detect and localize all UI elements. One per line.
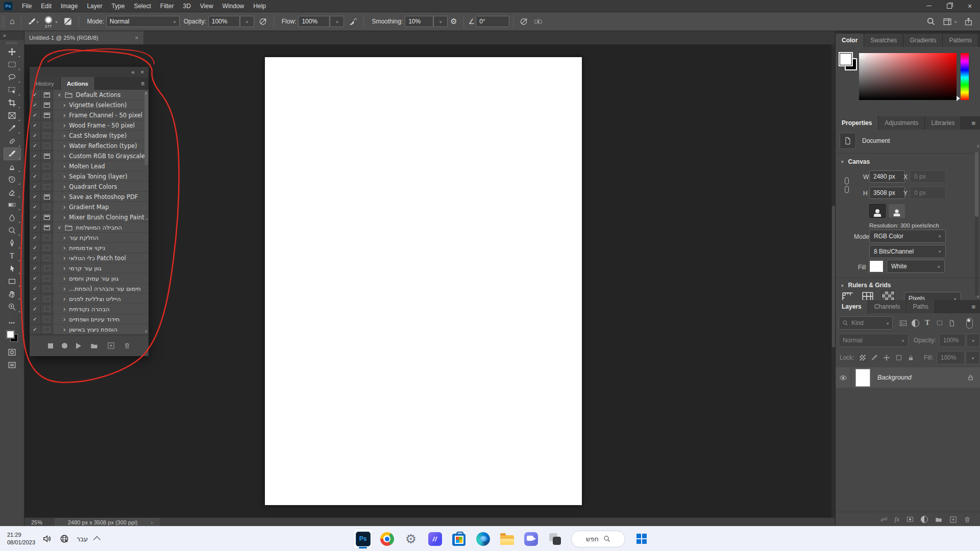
action-expand-chevron-icon[interactable]: › <box>63 173 65 180</box>
saturation-field[interactable] <box>859 53 957 100</box>
action-enabled-checkbox[interactable]: ✓ <box>30 171 41 182</box>
taskbar-chat-icon[interactable] <box>521 529 541 549</box>
fill-color-swatch[interactable] <box>869 260 884 272</box>
actions-scroll-up-icon[interactable]: ∧ <box>144 91 148 95</box>
action-item-main[interactable]: ›...חימום עור והבהרה (הפחת <box>53 284 149 294</box>
tab-libraries[interactable]: Libraries <box>925 116 961 130</box>
modal-dialog-toggle-empty[interactable] <box>41 202 53 212</box>
action-item-main[interactable]: ›Sepia Toning (layer) <box>53 171 149 182</box>
taskbar-settings-icon[interactable]: ⚙ <box>401 529 421 549</box>
brush-angle-field[interactable]: 0° <box>476 16 509 27</box>
options-grip[interactable] <box>2 16 5 27</box>
tab-channels[interactable]: Channels <box>868 300 907 313</box>
menu-item-window[interactable]: Window <box>218 0 249 12</box>
stop-recording-button[interactable] <box>48 343 53 348</box>
play-action-button[interactable] <box>76 343 81 349</box>
tab-properties[interactable]: Properties <box>836 116 878 130</box>
action-row[interactable]: ✓›Save as Photoshop PDF <box>30 192 149 202</box>
filter-smart-objects-icon[interactable] <box>946 317 958 329</box>
action-item-main[interactable]: ›Cast Shadow (type) <box>53 131 149 141</box>
tool-blur-tool[interactable] <box>4 211 21 224</box>
layer-thumbnail[interactable] <box>855 369 870 387</box>
document-tab[interactable]: Untitled-1 @ 25% (RGB/8) × <box>24 31 143 44</box>
new-action-set-button[interactable] <box>90 342 99 349</box>
zoom-level-field[interactable]: 25% <box>31 519 55 525</box>
fill-select[interactable]: White∨ <box>887 260 945 273</box>
tool-move-tool[interactable] <box>4 45 21 58</box>
wh-link-icon[interactable] <box>843 177 851 194</box>
pressure-size-icon[interactable] <box>517 14 531 29</box>
action-enabled-checkbox[interactable]: ✓ <box>30 182 41 192</box>
action-expand-chevron-icon[interactable]: › <box>63 163 65 169</box>
home-button[interactable]: ⌂ <box>7 14 17 29</box>
modal-dialog-toggle-empty[interactable] <box>41 120 53 131</box>
tool-rectangle-tool[interactable] <box>4 275 21 288</box>
hue-strip[interactable] <box>961 53 969 100</box>
action-row[interactable]: ✓›הבהרה נקודתית <box>30 304 149 314</box>
action-row[interactable]: ✓›...חימום עור והבהרה (הפחת <box>30 284 149 294</box>
action-row[interactable]: ✓›Wood Frame - 50 pixel <box>30 120 149 131</box>
link-layers-icon[interactable] <box>880 515 888 523</box>
action-enabled-checkbox[interactable]: ✓ <box>30 141 41 151</box>
action-enabled-checkbox[interactable]: ✓ <box>30 161 41 171</box>
restore-button[interactable] <box>939 0 960 12</box>
tool-eyedropper-tool[interactable] <box>4 122 21 135</box>
language-indicator[interactable]: עבר <box>77 535 88 543</box>
actions-scrollbar-thumb[interactable] <box>144 91 148 165</box>
screen-mode-button[interactable] <box>4 359 21 371</box>
airbrush-icon[interactable] <box>346 14 360 29</box>
layer-fill-dropdown[interactable]: ∨ <box>966 351 980 364</box>
action-row[interactable]: ✓›החלקת עור <box>30 233 149 243</box>
action-expand-chevron-icon[interactable]: › <box>63 214 65 220</box>
clock[interactable]: 21:29 08/01/2023 <box>7 531 35 546</box>
orientation-landscape-button[interactable] <box>889 204 905 218</box>
properties-scrollbar[interactable] <box>975 152 978 296</box>
action-row[interactable]: ✓›ניקוי אדמומיות <box>30 243 149 253</box>
action-expand-chevron-icon[interactable]: › <box>63 285 65 292</box>
filter-type-layers-icon[interactable]: T <box>921 317 934 329</box>
action-item-main[interactable]: ›הוספת ניצוץ באישון <box>53 324 149 335</box>
action-enabled-checkbox[interactable]: ✓ <box>30 243 41 253</box>
tab-adjustments[interactable]: Adjustments <box>878 116 925 130</box>
layer-style-fx-icon[interactable]: fx <box>895 515 899 523</box>
modal-dialog-toggle-icon[interactable] <box>41 212 53 222</box>
modal-dialog-toggle-empty[interactable] <box>41 233 53 243</box>
action-item-main[interactable]: ›Mixer Brush Cloning Paint ... <box>53 212 149 222</box>
action-item-main[interactable]: ›Water Reflection (type) <box>53 141 149 151</box>
tool-lasso-tool[interactable] <box>4 71 21 84</box>
action-item-main[interactable]: ›Wood Frame - 50 pixel <box>53 120 149 131</box>
action-expand-chevron-icon[interactable]: › <box>63 102 65 108</box>
x-field[interactable]: 0 px <box>910 170 946 183</box>
modal-dialog-toggle-empty[interactable] <box>41 161 53 171</box>
tool-path-selection-tool[interactable] <box>4 262 21 275</box>
tool-crop-tool[interactable] <box>4 96 21 109</box>
smoothing-dropdown[interactable]: ∨ <box>433 16 448 27</box>
volume-icon[interactable] <box>43 535 52 543</box>
opacity-dropdown[interactable]: ∨ <box>240 16 254 27</box>
folder-expand-chevron-icon[interactable]: ∨ <box>58 225 61 230</box>
action-enabled-checkbox[interactable]: ✓ <box>30 304 41 314</box>
menu-item-edit[interactable]: Edit <box>36 0 56 12</box>
network-globe-icon[interactable] <box>60 534 69 543</box>
menu-item-filter[interactable]: Filter <box>156 0 179 12</box>
tool-history-brush-tool[interactable] <box>4 173 21 186</box>
orientation-portrait-button[interactable] <box>869 204 886 218</box>
taskbar-chrome-icon[interactable] <box>377 529 397 549</box>
smoothing-field[interactable]: 10% <box>405 16 433 27</box>
action-item-main[interactable]: ›הבהרה נקודתית <box>53 304 149 314</box>
action-expand-chevron-icon[interactable]: › <box>63 122 65 129</box>
action-item-main[interactable]: ›חידוד עיניים ושפתיים <box>53 314 149 324</box>
modal-dialog-toggle-empty[interactable] <box>41 253 53 263</box>
tab-history[interactable]: History <box>30 77 61 90</box>
action-row[interactable]: ✓›גוון עור עמוק וחמים <box>30 273 149 284</box>
tool-eraser-tool[interactable] <box>4 186 21 198</box>
close-button[interactable]: × <box>960 0 980 12</box>
workspace-switcher[interactable]: ∨ <box>943 17 957 26</box>
delete-action-button[interactable] <box>124 342 131 349</box>
begin-recording-button[interactable] <box>62 343 67 348</box>
edit-toolbar-ellipsis-icon[interactable]: ••• <box>9 320 15 325</box>
action-item-main[interactable]: ›Quadrant Colors <box>53 182 149 192</box>
action-enabled-checkbox[interactable]: ✓ <box>30 233 41 243</box>
add-layer-mask-icon[interactable] <box>906 516 914 523</box>
actions-panel-menu-icon[interactable]: ≡ <box>137 77 149 90</box>
